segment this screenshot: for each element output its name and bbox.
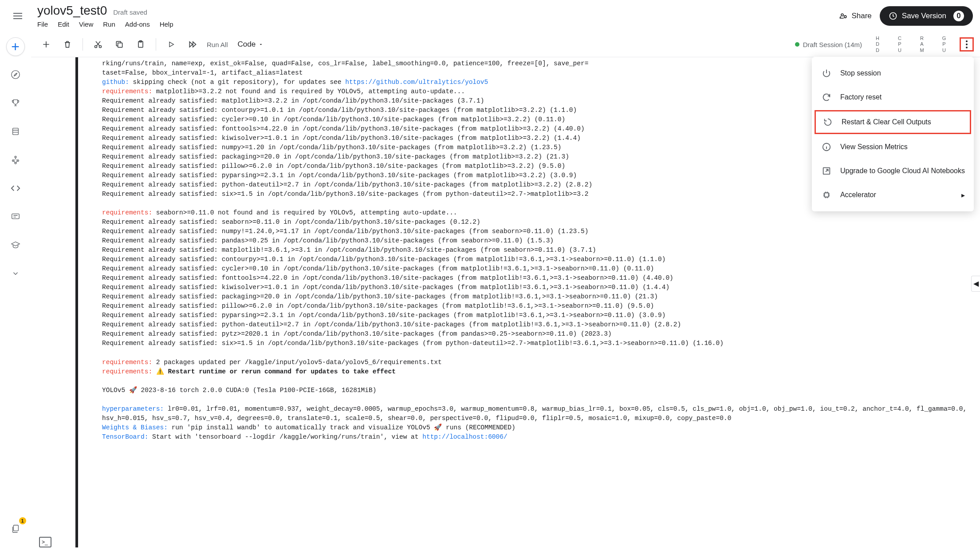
model-icon[interactable]: [6, 150, 25, 170]
info-icon: [821, 141, 832, 153]
open-external-icon: [821, 165, 832, 177]
delete-button[interactable]: [59, 36, 76, 53]
copy-button[interactable]: [110, 36, 128, 53]
svg-point-3: [11, 71, 19, 79]
svg-point-21: [966, 44, 968, 45]
menu-view[interactable]: View: [79, 20, 93, 28]
menu-stop-session[interactable]: Stop session: [812, 61, 974, 85]
svg-rect-25: [824, 193, 828, 197]
share-button[interactable]: Share: [839, 12, 871, 20]
status-dot-icon: [795, 42, 799, 47]
menu-edit[interactable]: Edit: [58, 20, 69, 28]
svg-rect-10: [12, 214, 19, 219]
svg-rect-11: [13, 525, 18, 531]
terminal-button[interactable]: >_: [39, 537, 51, 547]
svg-point-20: [966, 40, 968, 42]
svg-marker-19: [193, 42, 196, 47]
right-panel-toggle[interactable]: ◀: [971, 276, 980, 292]
files-badge: 1: [19, 517, 26, 524]
menu-accelerator[interactable]: Accelerator ▸: [812, 183, 974, 207]
menu-file[interactable]: File: [37, 20, 48, 28]
save-version-button[interactable]: Save Version 0: [880, 6, 973, 26]
menu-addons[interactable]: Add-ons: [125, 20, 150, 28]
menu-help[interactable]: Help: [160, 20, 173, 28]
more-options-button[interactable]: [960, 37, 974, 52]
code-icon[interactable]: [6, 178, 25, 198]
add-cell-button[interactable]: +: [6, 37, 25, 56]
metric-gpu[interactable]: GPU: [937, 36, 951, 53]
metric-hdd[interactable]: HDD: [871, 36, 884, 53]
compass-icon[interactable]: [6, 65, 25, 84]
svg-point-0: [841, 14, 843, 16]
svg-point-22: [966, 47, 968, 48]
paste-button[interactable]: [132, 36, 150, 53]
collapse-icon[interactable]: [6, 264, 25, 283]
comment-icon[interactable]: [6, 207, 25, 226]
version-count: 0: [953, 11, 964, 21]
menu-upgrade[interactable]: Upgrade to Google Cloud AI Notebooks: [812, 159, 974, 183]
share-icon: [839, 12, 848, 20]
history-icon: [889, 12, 897, 20]
svg-point-1: [844, 16, 846, 18]
menu-run[interactable]: Run: [103, 20, 115, 28]
cell-marker: [75, 57, 78, 547]
notebook-title[interactable]: yolov5_test0: [37, 4, 107, 18]
chip-icon: [821, 189, 832, 201]
svg-rect-14: [118, 43, 122, 48]
chevron-right-icon: ▸: [961, 191, 965, 199]
svg-point-6: [15, 156, 16, 158]
metric-cpu[interactable]: CPU: [893, 36, 906, 53]
database-icon[interactable]: [6, 122, 25, 141]
power-icon: [821, 67, 832, 79]
cell-type-select[interactable]: Code: [238, 40, 264, 49]
trophy-icon[interactable]: [6, 93, 25, 113]
svg-marker-17: [169, 42, 173, 47]
files-icon[interactable]: 1: [6, 519, 25, 539]
menu-view-metrics[interactable]: View Session Metrics: [812, 135, 974, 159]
menu-restart-clear[interactable]: Restart & Clear Cell Outputs: [815, 110, 971, 134]
refresh-icon: [821, 91, 832, 103]
learn-icon[interactable]: [6, 235, 25, 255]
add-button[interactable]: [37, 36, 55, 53]
svg-marker-18: [189, 42, 193, 47]
svg-rect-5: [12, 128, 18, 135]
metric-ram[interactable]: RAM: [915, 36, 929, 53]
hamburger-menu[interactable]: [7, 5, 28, 27]
session-dropdown-menu: Stop session Factory reset Restart & Cle…: [812, 57, 974, 211]
session-status: Draft Session (14m): [795, 41, 862, 48]
restart-icon: [822, 116, 834, 128]
menu-factory-reset[interactable]: Factory reset: [812, 85, 974, 109]
fast-forward-button[interactable]: [184, 36, 201, 53]
chevron-down-icon: [258, 42, 264, 47]
draft-status: Draft saved: [113, 8, 147, 16]
run-all-label[interactable]: Run All: [207, 41, 228, 48]
cut-button[interactable]: [89, 36, 107, 53]
run-button[interactable]: [162, 36, 180, 53]
svg-marker-4: [14, 73, 17, 76]
